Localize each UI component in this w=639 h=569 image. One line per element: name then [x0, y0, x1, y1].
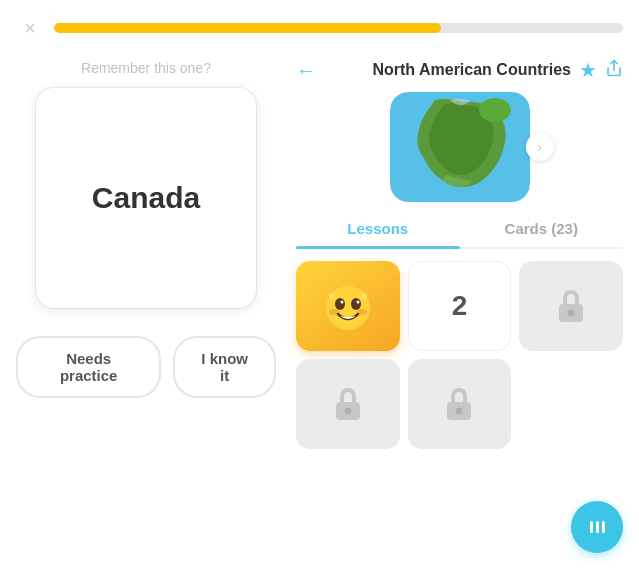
lock-icon: [332, 386, 364, 422]
map-container: ›: [390, 92, 530, 202]
lesson-2-cell[interactable]: 2: [408, 261, 512, 351]
close-button[interactable]: ×: [16, 14, 44, 42]
lesson-2-number: 2: [452, 290, 468, 322]
svg-point-5: [329, 293, 335, 299]
back-button[interactable]: ←: [296, 59, 316, 82]
svg-point-8: [351, 298, 361, 310]
progress-bar: [54, 23, 623, 33]
flashcard: Canada: [36, 88, 256, 308]
svg-point-4: [326, 286, 370, 330]
flashcard-word: Canada: [92, 181, 200, 215]
tabs-row: Lessons Cards (23): [296, 212, 623, 249]
right-panel: ← North American Countries ★: [296, 50, 623, 553]
course-title: North American Countries: [372, 61, 571, 79]
svg-point-7: [335, 298, 345, 310]
svg-point-3: [479, 98, 511, 122]
svg-point-6: [361, 293, 367, 299]
right-header: ← North American Countries ★: [296, 50, 623, 86]
star-icon[interactable]: ★: [579, 58, 597, 82]
title-area: North American Countries ★: [372, 58, 623, 82]
lesson-grid: 2: [296, 261, 623, 449]
svg-point-9: [340, 301, 343, 304]
fab-icon: [585, 515, 609, 539]
svg-point-10: [356, 301, 359, 304]
fab-button[interactable]: [571, 501, 623, 553]
needs-practice-button[interactable]: Needs practice: [16, 336, 161, 398]
map-image: [390, 92, 530, 202]
svg-point-18: [456, 408, 463, 415]
svg-point-14: [568, 310, 575, 317]
lesson-3-cell: [519, 261, 623, 351]
main-content: Remember this one? Canada Needs practice…: [0, 50, 639, 569]
svg-point-16: [344, 408, 351, 415]
left-panel: Remember this one? Canada Needs practice…: [16, 50, 276, 553]
svg-rect-19: [590, 521, 593, 533]
lesson-4-cell: [296, 359, 400, 449]
lesson-1-cell[interactable]: [296, 261, 400, 351]
i-know-it-button[interactable]: I know it: [173, 336, 276, 398]
lock-icon: [555, 288, 587, 324]
progress-fill: [54, 23, 441, 33]
mascot-icon: [318, 276, 378, 336]
lock-icon: [443, 386, 475, 422]
svg-rect-20: [596, 521, 599, 533]
button-row: Needs practice I know it: [16, 336, 276, 398]
tab-lessons[interactable]: Lessons: [296, 212, 460, 247]
tab-cards[interactable]: Cards (23): [460, 212, 624, 247]
chevron-right-button[interactable]: ›: [526, 133, 554, 161]
top-bar: ×: [0, 0, 639, 50]
remember-text: Remember this one?: [81, 60, 211, 76]
share-icon[interactable]: [605, 59, 623, 82]
lesson-5-cell: [408, 359, 512, 449]
svg-rect-21: [602, 521, 605, 533]
